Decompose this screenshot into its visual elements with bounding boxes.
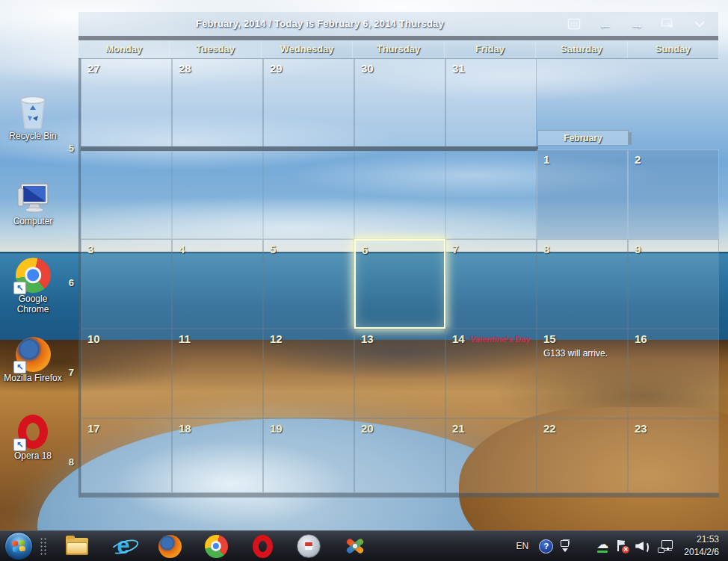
day-header-monday: Monday [78,40,170,58]
day-cell-feb-14[interactable]: 14 Valentine's Day [445,329,537,418]
day-cell-feb-11[interactable]: 11 [172,329,263,418]
empty-cell [445,151,537,239]
opera-icon [253,535,273,558]
day-cell-jan-30[interactable]: 30 [354,58,445,146]
chrome-icon [205,535,228,558]
day-cell-feb-6-today[interactable]: 6 [354,239,445,329]
day-cell-feb-18[interactable]: 18 [172,418,263,493]
taskbar-firefox[interactable] [155,531,185,561]
taskbar-internet-explorer[interactable]: e [108,531,138,561]
action-center-flag-icon[interactable]: ✕ [616,539,628,553]
taskbar-opera[interactable] [247,531,277,561]
day-cell-feb-10[interactable]: 10 [81,329,172,418]
day-header-saturday: Saturday [536,40,627,58]
prev-month-arrow-icon[interactable]: ← [597,16,614,32]
day-cell-feb-1[interactable]: 1 [537,149,628,239]
error-badge-icon: ✕ [622,546,629,554]
calendar-day-header-row: Monday Tuesday Wednesday Thursday Friday… [78,40,718,59]
day-cell-feb-12[interactable]: 12 [263,329,354,418]
day-header-tuesday: Tuesday [170,40,261,58]
calendar-title: February, 2014 / Today is February 6, 20… [78,12,561,36]
empty-cell [263,151,354,239]
empty-cell [172,151,263,239]
clock-date: 2014/2/6 [684,546,719,559]
folder-icon [66,538,88,555]
day-cell-feb-21[interactable]: 21 [445,418,537,493]
taskbar-grip [39,536,46,556]
day-header-thursday: Thursday [353,40,444,58]
opera-icon: ↖ [15,414,51,450]
calendar-bottom-bar [81,493,719,498]
calendar-toolbar: ← → [566,12,708,36]
day-cell-feb-8[interactable]: 8 [537,239,628,329]
day-cell-feb-2[interactable]: 2 [628,149,719,239]
taskbar-visual-studio[interactable] [340,531,370,561]
event-g133: G133 will arrive. [543,348,608,359]
recycle-bin-icon [15,94,51,130]
desktop-calendar-tray-icon[interactable] [576,540,589,553]
day-cell-feb-4[interactable]: 4 [172,239,263,329]
calendar-icon[interactable] [566,16,582,32]
cloud-sync-icon[interactable]: ☁ [596,539,608,553]
desktop-icon-mozilla-firefox[interactable]: ↖ Mozilla Firefox [0,336,66,384]
desktop: { "calendar": { "title": "February, 2014… [0,0,728,561]
day-cell-feb-5[interactable]: 5 [263,239,354,329]
month-tab-february: February [537,130,629,146]
day-cell-jan-29[interactable]: 29 [263,58,354,146]
calendar-titlebar: February, 2014 / Today is February 6, 20… [78,12,718,36]
day-cell-feb-19[interactable]: 19 [263,418,354,493]
language-indicator[interactable]: EN [516,541,529,551]
day-cell-feb-23[interactable]: 23 [628,418,719,493]
desktop-icon-label: Computer [13,217,53,227]
shortcut-arrow-icon: ↖ [13,361,26,374]
chrome-icon: ↖ [15,257,51,293]
taskbar-chrome[interactable] [201,531,231,561]
day-cell-feb-3[interactable]: 3 [81,239,172,329]
desktop-icon-opera-18[interactable]: ↖ Opera 18 [0,414,66,462]
collapse-chevron-icon[interactable] [691,16,708,32]
desktop-icon-google-chrome[interactable]: ↖ Google Chrome [0,257,66,315]
day-cell-feb-16[interactable]: 16 [628,329,719,418]
start-button[interactable] [4,532,33,560]
day-cell-feb-20[interactable]: 20 [354,418,445,493]
day-cell-feb-7[interactable]: 7 [445,239,537,329]
empty-cell [81,151,172,239]
window-glyph-icon [561,540,569,547]
clock-time: 21:53 [684,533,719,546]
day-cell-feb-22[interactable]: 22 [537,418,628,493]
taskbar-safari[interactable] [294,531,324,561]
network-icon[interactable] [658,540,673,553]
shortcut-arrow-icon: ↖ [13,438,26,451]
desktop-icon-label: Mozilla Firefox [4,374,61,384]
taskbar-windows-explorer[interactable] [62,531,92,561]
show-hidden-icons[interactable] [561,540,569,552]
desktop-icon-recycle-bin[interactable]: Recycle Bin [0,94,66,142]
desktop-icon-computer[interactable]: Computer [0,179,66,227]
system-tray: EN ? ☁ ✕ 21:53 2014/2/6 [516,531,728,561]
firefox-icon: ↖ [15,336,51,372]
event-valentines-day: Valentine's Day [470,335,530,344]
day-cell-jan-27[interactable]: 27 [81,58,172,146]
day-cell-jan-31[interactable]: 31 [445,58,537,146]
computer-icon [15,179,51,215]
calendar-grid: 27 28 29 30 31 February 1 2 3 4 5 6 7 8 … [78,58,719,498]
firefox-icon [158,535,182,558]
day-cell-jan-28[interactable]: 28 [172,58,263,146]
help-icon[interactable]: ? [539,539,553,554]
taskbar: e EN ? ☁ ✕ [0,530,728,561]
day-cell-feb-17[interactable]: 17 [81,418,172,493]
next-month-arrow-icon[interactable]: → [629,16,645,32]
desktop-icon-label: Google Chrome [1,294,64,315]
desktop-icon-label: Opera 18 [14,451,52,462]
day-header-wednesday: Wednesday [262,40,353,58]
volume-icon[interactable] [635,540,650,552]
desktop-icon-label: Recycle Bin [9,131,56,142]
send-to-desktop-icon[interactable] [660,16,676,32]
day-cell-feb-15[interactable]: 15 G133 will arrive. [537,329,628,418]
taskbar-clock[interactable]: 21:53 2014/2/6 [684,533,722,560]
windows-flag-icon [12,540,25,553]
day-cell-feb-9[interactable]: 9 [628,239,719,329]
desktop-calendar-widget: February, 2014 / Today is February 6, 20… [78,12,718,498]
day-cell-feb-13[interactable]: 13 [354,329,445,418]
shortcut-arrow-icon: ↖ [13,282,26,294]
